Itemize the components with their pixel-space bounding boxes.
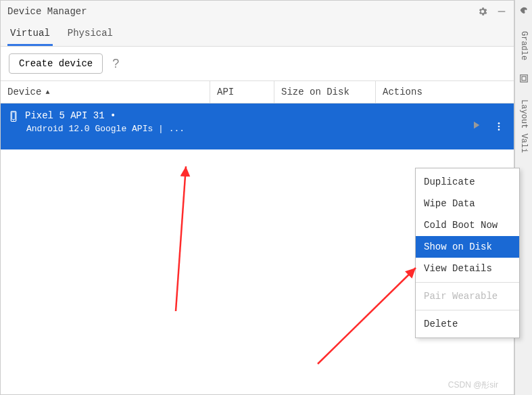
tab-physical[interactable]: Physical [65, 22, 116, 46]
svg-point-6 [498, 129, 500, 131]
column-actions[interactable]: Actions [376, 81, 514, 103]
more-actions-button[interactable] [489, 110, 509, 143]
device-api [210, 103, 274, 149]
column-size[interactable]: Size on Disk [274, 81, 376, 103]
phone-icon [7, 110, 20, 143]
column-api[interactable]: API [210, 81, 274, 103]
gradle-icon[interactable] [518, 4, 529, 18]
svg-rect-0 [498, 11, 506, 11]
create-device-button[interactable]: Create device [9, 53, 103, 74]
svg-rect-2 [12, 112, 16, 120]
minimize-icon[interactable] [496, 6, 507, 17]
svg-rect-8 [522, 76, 526, 80]
menu-separator [416, 310, 519, 310]
menu-pair-wearable: Pair Wearable [416, 285, 519, 307]
toolbar: Create device ? [1, 47, 514, 80]
table-row[interactable]: Pixel 5 API 31 • Android 12.0 Google API… [1, 103, 514, 149]
menu-wipe-data[interactable]: Wipe Data [416, 193, 519, 214]
menu-delete[interactable]: Delete [416, 313, 519, 335]
layout-icon[interactable] [519, 74, 529, 86]
menu-cold-boot[interactable]: Cold Boot Now [416, 214, 519, 236]
menu-duplicate[interactable]: Duplicate [416, 171, 519, 193]
column-device-label: Device [7, 87, 41, 97]
sort-up-icon: ▲ [45, 89, 49, 96]
watermark: CSDN @彤sir [448, 379, 498, 391]
rail-gradle[interactable]: Gradle [519, 28, 529, 63]
tabs: Virtual Physical [1, 22, 514, 47]
svg-point-5 [498, 126, 500, 128]
table-header: Device ▲ API Size on Disk Actions [1, 80, 514, 103]
svg-rect-7 [520, 75, 527, 83]
help-icon[interactable]: ? [112, 57, 119, 71]
gear-icon[interactable] [477, 6, 488, 17]
menu-show-on-disk[interactable]: Show on Disk [416, 236, 519, 258]
device-subtitle: Android 12.0 Google APIs | ... [25, 124, 185, 134]
svg-point-3 [13, 120, 14, 120]
device-size [274, 103, 376, 149]
menu-separator [416, 282, 519, 283]
rail-layout[interactable]: Layout Vali [519, 97, 529, 156]
column-device[interactable]: Device ▲ [1, 81, 210, 103]
play-icon[interactable] [470, 119, 482, 134]
svg-point-4 [498, 122, 500, 124]
device-name: Pixel 5 API 31 • [25, 110, 185, 121]
titlebar: Device Manager [1, 1, 514, 22]
tab-virtual[interactable]: Virtual [7, 22, 53, 46]
panel-title: Device Manager [7, 6, 477, 17]
context-menu: Duplicate Wipe Data Cold Boot Now Show o… [415, 168, 520, 338]
menu-view-details[interactable]: View Details [416, 258, 519, 279]
